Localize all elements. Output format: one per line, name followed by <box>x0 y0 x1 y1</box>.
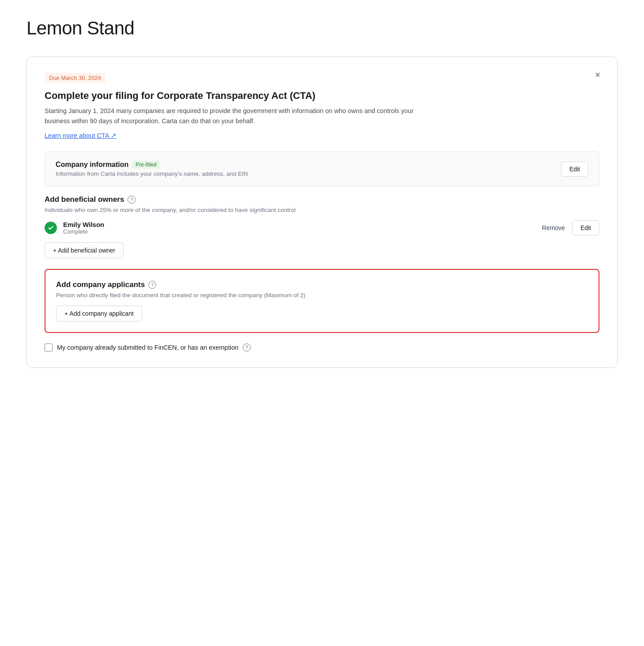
emily-wilson-row: Emily Wilson Complete Remove Edit <box>45 220 599 235</box>
company-applicants-subtitle: Person who directly filed the document t… <box>56 292 588 298</box>
learn-more-link[interactable]: Learn more about CTA ↗ <box>45 132 117 139</box>
company-applicants-title: Add company applicants <box>56 280 145 289</box>
add-beneficial-owner-button[interactable]: + Add beneficial owner <box>45 242 124 258</box>
main-card: × Due March 30, 2024 Complete your filin… <box>26 57 618 368</box>
company-info-left: Company information Pre-filled Informati… <box>56 161 561 177</box>
company-info-edit-button[interactable]: Edit <box>561 162 588 177</box>
beneficial-owners-title-row: Add beneficial owners ? <box>45 195 599 204</box>
emily-wilson-name: Emily Wilson <box>63 221 536 228</box>
company-info-title-row: Company information Pre-filled <box>56 161 561 169</box>
company-applicants-title-row: Add company applicants ? <box>56 280 588 289</box>
fincen-checkbox[interactable] <box>45 344 53 351</box>
beneficial-owners-section: Add beneficial owners ? Individuals who … <box>45 195 599 258</box>
emily-wilson-edit-button[interactable]: Edit <box>572 220 599 235</box>
page-title: Lemon Stand <box>26 18 618 39</box>
emily-wilson-check-icon <box>45 222 57 234</box>
fincen-row: My company already submitted to FinCEN, … <box>45 344 599 351</box>
emily-wilson-status: Complete <box>63 228 536 235</box>
due-badge: Due March 30, 2024 <box>45 73 105 83</box>
card-main-title: Complete your filing for Corporate Trans… <box>45 90 599 102</box>
company-applicants-help-icon[interactable]: ? <box>148 281 156 289</box>
add-company-applicant-button[interactable]: + Add company applicant <box>56 306 142 321</box>
emily-wilson-actions: Remove Edit <box>542 220 599 235</box>
emily-wilson-info: Emily Wilson Complete <box>63 221 536 235</box>
beneficial-owners-title: Add beneficial owners <box>45 195 124 204</box>
card-description: Starting January 1, 2024 many companies … <box>45 106 429 126</box>
company-applicants-section: Add company applicants ? Person who dire… <box>45 269 599 333</box>
beneficial-owners-help-icon[interactable]: ? <box>128 196 136 204</box>
pre-filled-badge: Pre-filled <box>132 161 160 169</box>
fincen-help-icon[interactable]: ? <box>243 344 251 351</box>
company-info-desc: Information from Carta includes your com… <box>56 170 561 177</box>
close-button[interactable]: × <box>591 68 605 82</box>
beneficial-owners-subtitle: Individuals who own 25% or more of the c… <box>45 207 599 213</box>
fincen-label: My company already submitted to FinCEN, … <box>57 344 238 351</box>
emily-wilson-remove-button[interactable]: Remove <box>542 224 565 231</box>
company-info-section: Company information Pre-filled Informati… <box>45 151 599 186</box>
company-info-title: Company information <box>56 161 128 169</box>
